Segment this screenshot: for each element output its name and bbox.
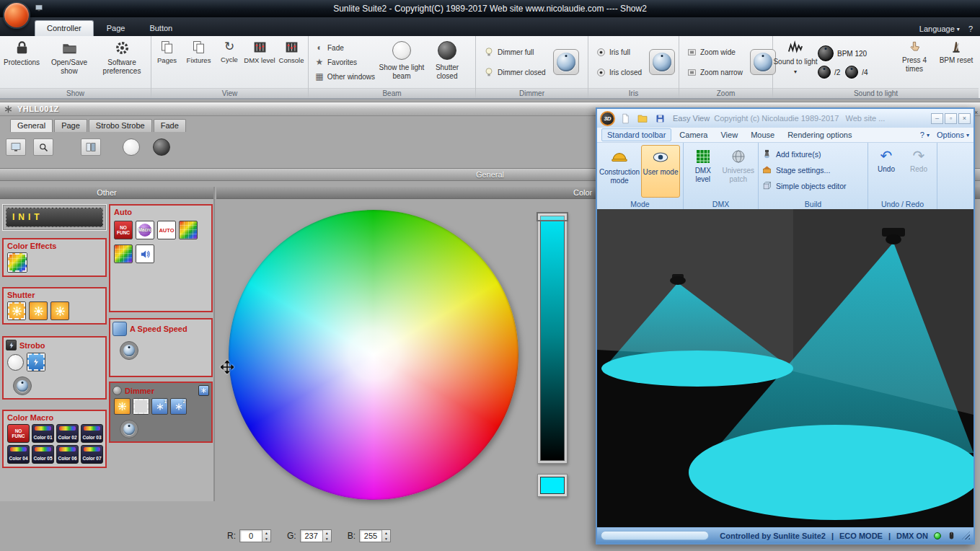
software-preferences-button[interactable]: Software preferences bbox=[95, 36, 149, 88]
app-menu-orb[interactable] bbox=[3, 1, 30, 29]
dimmer-fan-tile[interactable] bbox=[198, 385, 209, 396]
fade-button[interactable]: ◐Fade bbox=[312, 40, 378, 55]
minimize-button[interactable]: – bbox=[931, 113, 943, 124]
strobo-knob[interactable] bbox=[13, 376, 32, 395]
r-spin-down[interactable]: ▼ bbox=[262, 536, 270, 542]
show-light-beam-button[interactable]: Show the light beam bbox=[378, 36, 425, 88]
bpm-knob[interactable] bbox=[818, 45, 834, 61]
language-menu[interactable]: Language ▾ bbox=[919, 25, 960, 33]
dimmer-tile-fan-2[interactable]: 2 bbox=[170, 398, 187, 415]
bpm-div4-knob[interactable] bbox=[845, 66, 858, 79]
r-spin-up[interactable]: ▲ bbox=[262, 530, 270, 536]
tab-controller[interactable]: Controller bbox=[35, 20, 94, 36]
auto-color-grid-tile-2[interactable] bbox=[114, 244, 133, 263]
protections-button[interactable]: Protections bbox=[0, 36, 43, 88]
tab-mouse[interactable]: Mouse bbox=[746, 129, 780, 141]
color-macro-tile[interactable]: Color 01 bbox=[32, 424, 54, 443]
tab-view[interactable]: View bbox=[715, 129, 743, 141]
b-spin-down[interactable]: ▼ bbox=[382, 536, 390, 542]
init-button[interactable]: INIT bbox=[6, 208, 103, 227]
console-button[interactable]: Console bbox=[275, 36, 307, 88]
bpm-div2-knob[interactable] bbox=[818, 66, 831, 79]
split-view-button[interactable] bbox=[81, 138, 101, 156]
window-view-button[interactable] bbox=[6, 138, 26, 156]
dmx-level-button-ev[interactable]: DMX level bbox=[687, 145, 720, 198]
strobo-on-tile[interactable] bbox=[27, 353, 45, 371]
universes-patch-button[interactable]: Universes patch bbox=[722, 145, 755, 198]
tab-fade[interactable]: Fade bbox=[154, 119, 186, 132]
r-input[interactable]: 0 ▲▼ bbox=[239, 529, 271, 542]
fixtures-button[interactable]: Fixtures bbox=[182, 36, 215, 88]
resize-grip[interactable] bbox=[962, 532, 970, 539]
shutter-tile-1[interactable] bbox=[7, 301, 26, 320]
tab-general[interactable]: General bbox=[10, 119, 53, 132]
brightness-slider[interactable] bbox=[537, 213, 568, 464]
open-save-show-button[interactable]: Open/Save show bbox=[43, 36, 95, 88]
auto-sound-tile[interactable] bbox=[136, 244, 154, 263]
color-macro-tile[interactable]: NO FUNC bbox=[7, 424, 30, 443]
tab-camera[interactable]: Camera bbox=[674, 129, 712, 141]
zoom-narrow-button[interactable]: Zoom narrow bbox=[684, 65, 746, 79]
easy-view-titlebar[interactable]: 3D Easy View Copyright (c) Nicolaudie 19… bbox=[597, 109, 974, 128]
strobo-off-button[interactable] bbox=[7, 354, 24, 371]
iris-knob[interactable] bbox=[649, 49, 675, 75]
press-4-times-button[interactable]: Press 4 times bbox=[893, 36, 936, 88]
dimmer-section-knob[interactable] bbox=[120, 420, 138, 438]
shutter-tile-3[interactable] bbox=[50, 301, 69, 320]
easy-view-help-menu[interactable]: ? ▾ bbox=[920, 131, 930, 139]
tab-page[interactable]: Page bbox=[95, 21, 137, 36]
close-button[interactable]: × bbox=[958, 113, 971, 124]
cycle-button[interactable]: ↻ Cycle bbox=[215, 36, 244, 88]
easy-view-options-menu[interactable]: Options ▾ bbox=[937, 131, 969, 139]
color-macro-tile[interactable]: Color 06 bbox=[56, 445, 79, 464]
color-wheel[interactable] bbox=[229, 210, 518, 500]
favorites-button[interactable]: ★Favorites bbox=[312, 55, 378, 69]
zoom-wide-button[interactable]: Zoom wide bbox=[684, 45, 746, 59]
b-input[interactable]: 255 ▲▼ bbox=[359, 529, 391, 542]
dimmer-tile-grid[interactable] bbox=[114, 398, 131, 415]
tab-button[interactable]: Button bbox=[138, 21, 184, 36]
add-fixtures-button[interactable]: Add fixture(s) bbox=[762, 146, 846, 162]
redo-button[interactable]: ↷ Redo bbox=[904, 145, 934, 198]
shutter-tile-2[interactable] bbox=[29, 301, 48, 320]
dimmer-tile-selected[interactable] bbox=[133, 398, 149, 415]
magnifier-button[interactable] bbox=[33, 138, 53, 156]
b-spin-up[interactable]: ▲ bbox=[382, 530, 390, 536]
auto-auto-tile[interactable]: AUTO bbox=[157, 221, 176, 239]
dmx-level-button[interactable]: DMX level bbox=[244, 36, 275, 88]
color-macro-tile[interactable]: Color 05 bbox=[32, 445, 54, 464]
dimmer-closed-button[interactable]: Dimmer closed bbox=[480, 65, 549, 79]
dimmer-tile-fan-1[interactable]: 1 bbox=[151, 398, 168, 415]
undo-button[interactable]: ↶ Undo bbox=[871, 145, 901, 198]
sound-to-light-button[interactable]: Sound to light ▾ bbox=[773, 36, 818, 88]
iris-closed-button[interactable]: Iris closed bbox=[593, 65, 645, 79]
quick-access-icon[interactable] bbox=[35, 4, 43, 12]
brightness-thumb[interactable] bbox=[537, 212, 568, 221]
dimmer-knob[interactable] bbox=[553, 49, 579, 75]
help-button[interactable]: ? bbox=[968, 25, 973, 33]
color-macro-tile[interactable]: Color 03 bbox=[81, 424, 103, 443]
speed-knob[interactable] bbox=[120, 341, 138, 360]
tab-standard-toolbar[interactable]: Standard toolbar bbox=[601, 128, 671, 141]
construction-mode-button[interactable]: Construction mode bbox=[600, 145, 639, 198]
3d-viewport[interactable] bbox=[597, 209, 974, 527]
zoom-knob[interactable] bbox=[750, 49, 776, 75]
save-file-button[interactable] bbox=[653, 111, 667, 125]
auto-color-grid-tile[interactable] bbox=[179, 221, 198, 239]
auto-macro-tile[interactable]: Macro bbox=[136, 221, 154, 239]
color-macro-tile[interactable]: Color 07 bbox=[81, 445, 103, 464]
dimmer-full-button[interactable]: Dimmer full bbox=[480, 45, 549, 59]
tab-rendering-options[interactable]: Rendering options bbox=[782, 129, 857, 141]
beam-open-button[interactable] bbox=[123, 138, 140, 156]
stage-settings-button[interactable]: Stage settings... bbox=[762, 162, 846, 177]
color-macro-tile[interactable]: Color 04 bbox=[7, 445, 30, 464]
g-input[interactable]: 237 ▲▼ bbox=[300, 529, 332, 542]
shutter-closed-button[interactable]: Shutter closed bbox=[425, 36, 469, 88]
new-file-button[interactable] bbox=[618, 111, 632, 125]
other-windows-button[interactable]: ▦Other windows bbox=[312, 69, 378, 84]
color-macro-tile[interactable]: Color 02 bbox=[56, 424, 79, 443]
open-file-button[interactable] bbox=[635, 111, 650, 125]
g-spin-down[interactable]: ▼ bbox=[323, 536, 331, 542]
pages-button[interactable]: Pages bbox=[151, 36, 182, 88]
maximize-button[interactable]: ▫ bbox=[945, 113, 957, 124]
